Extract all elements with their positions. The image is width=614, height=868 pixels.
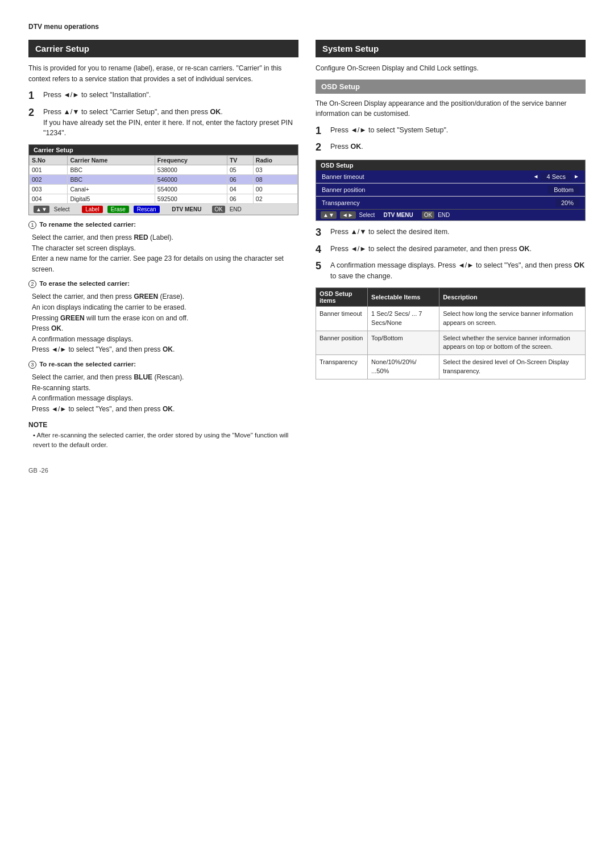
dtv-menu-label: DTV MENU [172,206,201,212]
ok-1: OK [51,324,61,332]
osd-row-banner-position: Banner position Bottom [316,183,585,197]
red-label: RED [134,233,148,241]
erase-button: Erase [107,206,129,213]
sub-title-3: To re-scan the selected carrier: [39,361,136,368]
osd-nav-lr-icon: ◄► [340,211,356,219]
page-header: DTV menu operations [28,23,586,31]
end-label: END [230,206,242,212]
osd-left-arrow: ◄ [533,173,539,180]
step-2-num: 2 [28,107,39,139]
ok-label: OK [210,108,221,116]
note-item: After re-scanning the selected carrier, … [33,431,298,450]
circle-2: 2 [28,280,36,288]
carrier-table: S.No Carrier Name Frequency TV Radio 001… [29,155,298,204]
osd-step-2: 2 Press OK. [316,141,586,154]
step-1-num: 1 [28,90,39,102]
osd-step-2-content: Press OK. [330,141,586,154]
osd-value-wrap-3: 20% [555,199,579,207]
osd-selectable-3: None/10%/20%/ ...50% [368,355,439,379]
page-footer: GB -26 [28,467,586,474]
step-1-content: Press ◄/► to select "Installation". [43,90,298,102]
osd-desc-table-body: Banner timeout 1 Sec/2 Secs/ ... 7 Secs/… [316,306,586,379]
nav-up-down-icon: ▲▼ [34,206,49,213]
col-description: Description [439,287,586,306]
osd-step-4-num: 4 [316,244,326,256]
system-setup-column: System Setup Configure On-Screen Display… [316,40,586,450]
osd-nav-ud-icon: ▲▼ [321,211,337,219]
ok-3: OK [163,405,173,413]
select-label: Select [54,206,70,212]
green-label: GREEN [134,293,158,301]
table-row: Transparency None/10%/20%/ ...50% Select… [316,355,586,379]
osd-ok-btn: OK [422,211,434,219]
carrier-setup-column: Carrier Setup This is provided for you t… [28,40,298,450]
col-carrier-name: Carrier Name [68,156,155,165]
carrier-table-header: Carrier Setup [29,145,298,155]
osd-step-1: 1 Press ◄/► to select "System Setup". [316,125,586,137]
sub-step-block-1: Select the carrier, and then press RED (… [32,232,298,274]
carrier-setup-description: This is provided for you to rename (labe… [28,63,298,84]
col-tv: TV [227,156,253,165]
osd-banner-timeout-label: Banner timeout [322,173,533,180]
osd-end-label: END [438,212,450,218]
osd-box-footer: ▲▼ ◄► Select DTV MENU OK END [316,209,585,220]
table-row: 002BBC5460000608 [30,175,298,185]
table-row: Banner position Top/Bottom Select whethe… [316,331,586,355]
osd-description-3: Select the desired level of On-Screen Di… [439,355,586,379]
dtv-menu-label: DTV menu operations [28,23,586,31]
sub-title-1: To rename the selected carrier: [39,221,136,228]
step-2: 2 Press ▲/▼ to select "Carrier Setup", a… [28,107,298,139]
osd-step-4: 4 Press ◄/► to select the desired parame… [316,244,586,256]
pin-note: If you have already set the PIN, enter i… [43,119,293,137]
carrier-table-footer: ▲▼ Select Label Erase Rescan DTV MENU OK… [29,204,298,215]
green-label-2: GREEN [60,314,85,322]
osd-step-5-num: 5 [316,260,326,282]
osd-row-banner-timeout: Banner timeout ◄ 4 Secs ► [316,170,585,183]
osd-banner-timeout-value: 4 Secs [541,173,571,181]
note-list: After re-scanning the selected carrier, … [28,431,298,450]
osd-step-2-num: 2 [316,141,326,154]
sub-note-2: 2 To erase the selected carrier: [28,280,298,288]
osd-selectable-1: 1 Sec/2 Secs/ ... 7 Secs/None [368,306,439,331]
ok-2: OK [163,345,173,353]
osd-step-3-num: 3 [316,227,326,239]
sub-note-3: 3 To re-scan the selected carrier: [28,361,298,369]
osd-right-arrow: ► [574,173,579,180]
label-button: Label [82,206,102,213]
osd-description-1: Select how long the service banner infor… [439,306,586,331]
table-row: 001BBC5380000503 [30,165,298,175]
ok-label-2: OK [350,143,361,151]
osd-item-3: Transparency [316,355,368,379]
osd-select-label: Select [359,212,375,218]
sub-step-block-3: Select the carrier, and then press BLUE … [32,372,298,414]
osd-item-1: Banner timeout [316,306,368,331]
ok-btn: OK [212,206,225,213]
osd-banner-position-value: Bottom [548,186,579,194]
note-block: NOTE After re-scanning the selected carr… [28,420,298,450]
sub-title-2: To erase the selected carrier: [39,280,130,287]
osd-item-2: Banner position [316,331,368,355]
carrier-table-wrap: Carrier Setup S.No Carrier Name Frequenc… [28,144,298,215]
circle-3: 3 [28,361,36,369]
sub-note-1: 1 To rename the selected carrier: [28,221,298,229]
carrier-table-body: 001BBC5380000503 002BBC5460000608 003Can… [30,165,298,204]
system-setup-description: Configure On-Screen Display and Child Lo… [316,63,586,74]
col-sno: S.No [30,156,68,165]
osd-desc-table: OSD Setup items Selectable Items Descrip… [316,287,586,380]
osd-value-wrap-2: Bottom [548,186,579,194]
osd-row-transparency: Transparency 20% [316,197,585,209]
table-row: 003Canal+5540000400 [30,185,298,194]
col-radio: Radio [253,156,297,165]
osd-setup-title: OSD Setup [316,80,586,94]
osd-step-5-content: A confirmation message displays. Press ◄… [330,260,586,282]
ok-label-4: OK [519,245,530,253]
osd-selectable-2: Top/Bottom [368,331,439,355]
osd-transparency-value: 20% [555,199,579,207]
system-setup-title: System Setup [316,40,586,57]
osd-description-2: Select whether the service banner inform… [439,331,586,355]
osd-step-5: 5 A confirmation message displays. Press… [316,260,586,282]
osd-display-box: OSD Setup Banner timeout ◄ 4 Secs ► Bann… [316,160,586,221]
blue-label: BLUE [134,373,152,381]
table-row: 004Digital55925000602 [30,194,298,204]
circle-1: 1 [28,221,36,229]
